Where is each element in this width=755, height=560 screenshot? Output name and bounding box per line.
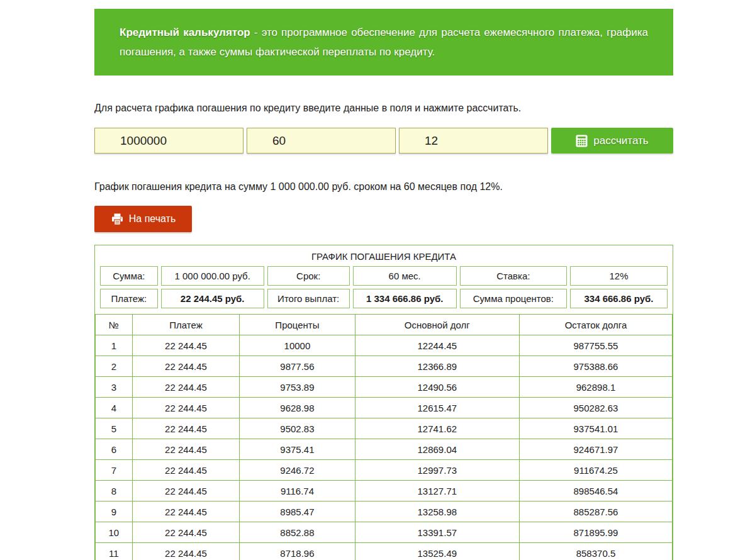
cell-interest: 8852.88 bbox=[240, 522, 355, 543]
summary-row-2: Платеж: 22 244.45 руб. Итого выплат: 1 3… bbox=[100, 289, 668, 308]
table-row: 9 22 244.45 8985.47 13258.98 885287.56 bbox=[96, 501, 673, 522]
table-row: 7 22 244.45 9246.72 12997.73 911674.25 bbox=[96, 460, 673, 481]
summary-row-1: Сумма: 1 000 000.00 руб. Срок: 60 мес. С… bbox=[100, 266, 668, 286]
cell-payment: 22 244.45 bbox=[132, 522, 240, 543]
cell-payment: 22 244.45 bbox=[132, 356, 240, 377]
cell-interest: 8985.47 bbox=[240, 501, 355, 522]
summary-value-payment: 22 244.45 руб. bbox=[161, 289, 264, 308]
cell-balance: 950282.63 bbox=[519, 398, 672, 418]
schedule-body: 1 22 244.45 10000 12244.45 987755.55 2 2… bbox=[96, 335, 673, 560]
cell-interest: 9375.41 bbox=[240, 439, 355, 460]
summary-label-term: Срок: bbox=[267, 266, 350, 286]
amortization-table: № Платеж Проценты Основной долг Остаток … bbox=[95, 314, 673, 560]
table-row: 3 22 244.45 9753.89 12490.56 962898.1 bbox=[96, 377, 673, 398]
table-row: 6 22 244.45 9375.41 12869.04 924671.97 bbox=[96, 439, 673, 460]
cell-number: 3 bbox=[96, 377, 133, 398]
cell-principal: 12869.04 bbox=[355, 439, 519, 460]
table-row: 2 22 244.45 9877.56 12366.89 975388.66 bbox=[96, 356, 673, 377]
column-header-payment: Платеж bbox=[132, 315, 240, 335]
print-button[interactable]: На печать bbox=[94, 206, 192, 232]
cell-interest: 9628.98 bbox=[240, 398, 355, 418]
calculate-button[interactable]: рассчитать bbox=[551, 128, 673, 154]
summary-value-sum: 1 000 000.00 руб. bbox=[161, 266, 264, 286]
table-row: 1 22 244.45 10000 12244.45 987755.55 bbox=[96, 335, 673, 356]
calculator-icon bbox=[576, 135, 588, 147]
cell-number: 8 bbox=[96, 481, 133, 501]
cell-payment: 22 244.45 bbox=[132, 418, 240, 439]
summary-label-total: Итого выплат: bbox=[267, 289, 350, 308]
cell-number: 1 bbox=[96, 335, 133, 356]
schedule-container: ГРАФИК ПОГАШЕНИЯ КРЕДИТА Сумма: 1 000 00… bbox=[94, 245, 673, 560]
table-row: 8 22 244.45 9116.74 13127.71 898546.54 bbox=[96, 481, 673, 501]
table-row: 5 22 244.45 9502.83 12741.62 937541.01 bbox=[96, 418, 673, 439]
cell-balance: 871895.99 bbox=[519, 522, 672, 543]
summary-label-sum: Сумма: bbox=[100, 266, 158, 286]
instruction-text: Для расчета графика погашения по кредиту… bbox=[94, 102, 673, 115]
cell-payment: 22 244.45 bbox=[132, 481, 240, 501]
cell-payment: 22 244.45 bbox=[132, 439, 240, 460]
print-button-label: На печать bbox=[129, 213, 176, 225]
cell-principal: 13391.57 bbox=[355, 522, 519, 543]
summary-label-rate: Ставка: bbox=[460, 266, 567, 286]
cell-number: 2 bbox=[96, 356, 133, 377]
column-header-number: № bbox=[96, 315, 133, 335]
cell-principal: 13127.71 bbox=[355, 481, 519, 501]
cell-balance: 911674.25 bbox=[519, 460, 672, 481]
cell-balance: 858370.5 bbox=[519, 543, 672, 560]
cell-balance: 885287.56 bbox=[519, 501, 672, 522]
calculate-button-label: рассчитать bbox=[593, 135, 648, 147]
cell-balance: 937541.01 bbox=[519, 418, 672, 439]
summary-label-interest: Сумма процентов: bbox=[460, 289, 567, 308]
cell-payment: 22 244.45 bbox=[132, 543, 240, 560]
cell-interest: 10000 bbox=[240, 335, 355, 356]
calculator-form: рассчитать bbox=[94, 128, 673, 154]
table-row: 4 22 244.45 9628.98 12615.47 950282.63 bbox=[96, 398, 673, 418]
cell-interest: 8718.96 bbox=[240, 543, 355, 560]
cell-principal: 12997.73 bbox=[355, 460, 519, 481]
cell-principal: 12244.45 bbox=[355, 335, 519, 356]
summary-value-total: 1 334 666.86 руб. bbox=[353, 289, 457, 308]
cell-principal: 12615.47 bbox=[355, 398, 519, 418]
summary-value-term: 60 мес. bbox=[353, 266, 457, 286]
banner-title: Кредитный калькулятор bbox=[120, 26, 250, 38]
cell-payment: 22 244.45 bbox=[132, 501, 240, 522]
cell-balance: 987755.55 bbox=[519, 335, 672, 356]
term-input[interactable] bbox=[247, 128, 396, 154]
cell-number: 9 bbox=[96, 501, 133, 522]
table-header-row: № Платеж Проценты Основной долг Остаток … bbox=[96, 315, 673, 335]
column-header-interest: Проценты bbox=[240, 315, 355, 335]
summary-value-interest: 334 666.86 руб. bbox=[570, 289, 668, 308]
cell-number: 4 bbox=[96, 398, 133, 418]
cell-number: 6 bbox=[96, 439, 133, 460]
cell-principal: 12366.89 bbox=[355, 356, 519, 377]
summary-value-rate: 12% bbox=[570, 266, 668, 286]
cell-payment: 22 244.45 bbox=[132, 335, 240, 356]
cell-number: 10 bbox=[96, 522, 133, 543]
summary-label-payment: Платеж: bbox=[100, 289, 158, 308]
cell-balance: 975388.66 bbox=[519, 356, 672, 377]
cell-number: 11 bbox=[96, 543, 133, 560]
cell-interest: 9246.72 bbox=[240, 460, 355, 481]
cell-balance: 924671.97 bbox=[519, 439, 672, 460]
cell-balance: 962898.1 bbox=[519, 377, 672, 398]
amount-input[interactable] bbox=[94, 128, 243, 154]
cell-number: 5 bbox=[96, 418, 133, 439]
schedule-title: ГРАФИК ПОГАШЕНИЯ КРЕДИТА bbox=[100, 251, 668, 262]
cell-principal: 13525.49 bbox=[355, 543, 519, 560]
table-row: 11 22 244.45 8718.96 13525.49 858370.5 bbox=[96, 543, 673, 560]
cell-payment: 22 244.45 bbox=[132, 377, 240, 398]
cell-principal: 13258.98 bbox=[355, 501, 519, 522]
cell-number: 7 bbox=[96, 460, 133, 481]
header-banner: Кредитный калькулятор - это программное … bbox=[94, 9, 673, 76]
page-content: Кредитный калькулятор - это программное … bbox=[94, 0, 673, 560]
table-row: 10 22 244.45 8852.88 13391.57 871895.99 bbox=[96, 522, 673, 543]
column-header-principal: Основной долг bbox=[355, 315, 519, 335]
cell-interest: 9877.56 bbox=[240, 356, 355, 377]
cell-payment: 22 244.45 bbox=[132, 460, 240, 481]
cell-principal: 12490.56 bbox=[355, 377, 519, 398]
rate-input[interactable] bbox=[399, 128, 548, 154]
cell-principal: 12741.62 bbox=[355, 418, 519, 439]
column-header-balance: Остаток долга bbox=[519, 315, 672, 335]
cell-balance: 898546.54 bbox=[519, 481, 672, 501]
result-text: График погашения кредита на сумму 1 000 … bbox=[94, 181, 673, 193]
